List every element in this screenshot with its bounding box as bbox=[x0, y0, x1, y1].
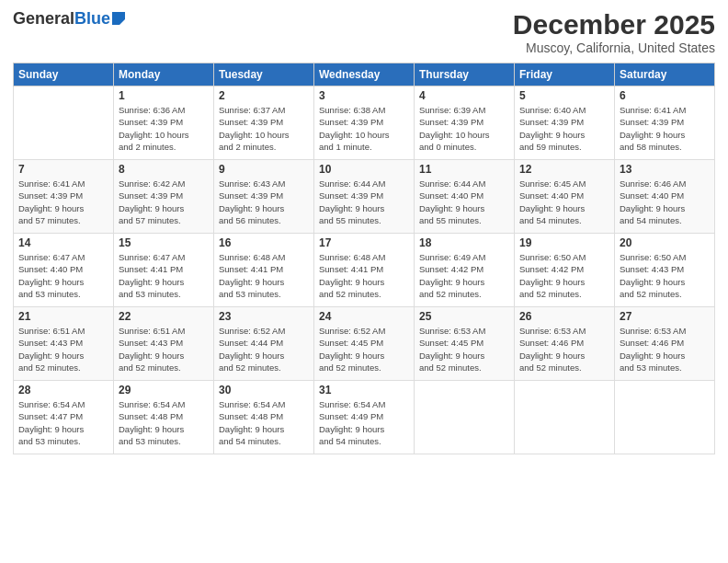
day-number: 30 bbox=[219, 384, 309, 396]
day-number: 31 bbox=[319, 384, 409, 396]
day-info: Sunrise: 6:53 AM Sunset: 4:45 PM Dayligh… bbox=[419, 325, 509, 373]
logo-blue: Blue bbox=[74, 9, 110, 28]
day-info: Sunrise: 6:41 AM Sunset: 4:39 PM Dayligh… bbox=[620, 104, 710, 153]
logo-text: GeneralBlue bbox=[13, 9, 110, 29]
day-number: 19 bbox=[519, 236, 609, 249]
day-info: Sunrise: 6:38 AM Sunset: 4:39 PM Dayligh… bbox=[319, 104, 409, 153]
day-cell: 25Sunrise: 6:53 AM Sunset: 4:45 PM Dayli… bbox=[415, 307, 515, 381]
day-number: 29 bbox=[119, 384, 209, 396]
day-number: 5 bbox=[519, 89, 609, 102]
day-cell: 22Sunrise: 6:51 AM Sunset: 4:43 PM Dayli… bbox=[114, 307, 214, 381]
day-cell: 24Sunrise: 6:52 AM Sunset: 4:45 PM Dayli… bbox=[314, 307, 415, 381]
day-cell: 13Sunrise: 6:46 AM Sunset: 4:40 PM Dayli… bbox=[615, 160, 715, 234]
day-info: Sunrise: 6:54 AM Sunset: 4:49 PM Dayligh… bbox=[319, 398, 409, 447]
day-number: 28 bbox=[18, 384, 108, 396]
day-number: 16 bbox=[219, 236, 309, 249]
day-info: Sunrise: 6:51 AM Sunset: 4:43 PM Dayligh… bbox=[18, 325, 108, 373]
day-cell: 26Sunrise: 6:53 AM Sunset: 4:46 PM Dayli… bbox=[515, 307, 615, 381]
day-number: 26 bbox=[519, 310, 609, 323]
day-info: Sunrise: 6:46 AM Sunset: 4:40 PM Dayligh… bbox=[620, 178, 710, 226]
day-info: Sunrise: 6:39 AM Sunset: 4:39 PM Dayligh… bbox=[419, 104, 509, 153]
day-cell bbox=[415, 381, 515, 454]
day-cell: 4Sunrise: 6:39 AM Sunset: 4:39 PM Daylig… bbox=[415, 86, 515, 160]
day-info: Sunrise: 6:53 AM Sunset: 4:46 PM Dayligh… bbox=[519, 325, 609, 373]
title-block: December 2025 Muscoy, California, United… bbox=[513, 9, 715, 55]
page-header: GeneralBlue December 2025 Muscoy, Califo… bbox=[13, 9, 715, 55]
logo-icon bbox=[112, 12, 125, 25]
day-cell: 31Sunrise: 6:54 AM Sunset: 4:49 PM Dayli… bbox=[314, 381, 415, 454]
day-number: 6 bbox=[620, 89, 710, 102]
week-row-5: 28Sunrise: 6:54 AM Sunset: 4:47 PM Dayli… bbox=[14, 381, 715, 454]
col-sunday: Sunday bbox=[14, 63, 114, 86]
day-number: 21 bbox=[18, 310, 108, 323]
day-info: Sunrise: 6:40 AM Sunset: 4:39 PM Dayligh… bbox=[519, 104, 609, 153]
day-info: Sunrise: 6:48 AM Sunset: 4:41 PM Dayligh… bbox=[219, 251, 309, 300]
col-wednesday: Wednesday bbox=[314, 63, 415, 86]
day-info: Sunrise: 6:45 AM Sunset: 4:40 PM Dayligh… bbox=[519, 178, 609, 226]
day-info: Sunrise: 6:54 AM Sunset: 4:47 PM Dayligh… bbox=[18, 398, 108, 447]
day-cell bbox=[14, 86, 114, 160]
day-info: Sunrise: 6:49 AM Sunset: 4:42 PM Dayligh… bbox=[419, 251, 509, 300]
day-cell: 12Sunrise: 6:45 AM Sunset: 4:40 PM Dayli… bbox=[515, 160, 615, 234]
day-number: 17 bbox=[319, 236, 409, 249]
col-saturday: Saturday bbox=[615, 63, 715, 86]
day-number: 11 bbox=[419, 163, 509, 176]
day-number: 7 bbox=[18, 163, 108, 176]
day-cell: 7Sunrise: 6:41 AM Sunset: 4:39 PM Daylig… bbox=[14, 160, 114, 234]
day-cell: 17Sunrise: 6:48 AM Sunset: 4:41 PM Dayli… bbox=[314, 234, 415, 307]
day-cell: 23Sunrise: 6:52 AM Sunset: 4:44 PM Dayli… bbox=[214, 307, 314, 381]
day-info: Sunrise: 6:53 AM Sunset: 4:46 PM Dayligh… bbox=[620, 325, 710, 373]
day-info: Sunrise: 6:54 AM Sunset: 4:48 PM Dayligh… bbox=[119, 398, 209, 447]
day-info: Sunrise: 6:48 AM Sunset: 4:41 PM Dayligh… bbox=[319, 251, 409, 300]
day-number: 18 bbox=[419, 236, 509, 249]
day-number: 4 bbox=[419, 89, 509, 102]
svg-marker-0 bbox=[112, 12, 125, 25]
logo-general: General bbox=[13, 9, 74, 28]
day-cell: 29Sunrise: 6:54 AM Sunset: 4:48 PM Dayli… bbox=[114, 381, 214, 454]
day-info: Sunrise: 6:52 AM Sunset: 4:45 PM Dayligh… bbox=[319, 325, 409, 373]
day-number: 10 bbox=[319, 163, 409, 176]
day-info: Sunrise: 6:44 AM Sunset: 4:39 PM Dayligh… bbox=[319, 178, 409, 226]
day-info: Sunrise: 6:36 AM Sunset: 4:39 PM Dayligh… bbox=[119, 104, 209, 153]
day-info: Sunrise: 6:50 AM Sunset: 4:42 PM Dayligh… bbox=[519, 251, 609, 300]
day-number: 24 bbox=[319, 310, 409, 323]
day-cell: 11Sunrise: 6:44 AM Sunset: 4:40 PM Dayli… bbox=[415, 160, 515, 234]
day-number: 9 bbox=[219, 163, 309, 176]
week-row-3: 14Sunrise: 6:47 AM Sunset: 4:40 PM Dayli… bbox=[14, 234, 715, 307]
day-info: Sunrise: 6:44 AM Sunset: 4:40 PM Dayligh… bbox=[419, 178, 509, 226]
day-cell: 9Sunrise: 6:43 AM Sunset: 4:39 PM Daylig… bbox=[214, 160, 314, 234]
day-info: Sunrise: 6:47 AM Sunset: 4:41 PM Dayligh… bbox=[119, 251, 209, 300]
day-number: 22 bbox=[119, 310, 209, 323]
day-cell bbox=[515, 381, 615, 454]
day-cell: 27Sunrise: 6:53 AM Sunset: 4:46 PM Dayli… bbox=[615, 307, 715, 381]
day-number: 13 bbox=[620, 163, 710, 176]
day-cell: 3Sunrise: 6:38 AM Sunset: 4:39 PM Daylig… bbox=[314, 86, 415, 160]
col-friday: Friday bbox=[515, 63, 615, 86]
day-cell: 16Sunrise: 6:48 AM Sunset: 4:41 PM Dayli… bbox=[214, 234, 314, 307]
day-info: Sunrise: 6:37 AM Sunset: 4:39 PM Dayligh… bbox=[219, 104, 309, 153]
month-title: December 2025 bbox=[513, 9, 715, 40]
day-cell: 8Sunrise: 6:42 AM Sunset: 4:39 PM Daylig… bbox=[114, 160, 214, 234]
day-number: 3 bbox=[319, 89, 409, 102]
location: Muscoy, California, United States bbox=[513, 40, 715, 55]
day-cell bbox=[615, 381, 715, 454]
day-cell: 28Sunrise: 6:54 AM Sunset: 4:47 PM Dayli… bbox=[14, 381, 114, 454]
day-info: Sunrise: 6:43 AM Sunset: 4:39 PM Dayligh… bbox=[219, 178, 309, 226]
logo: GeneralBlue bbox=[13, 9, 125, 29]
col-thursday: Thursday bbox=[415, 63, 515, 86]
calendar-table: Sunday Monday Tuesday Wednesday Thursday… bbox=[13, 63, 715, 454]
day-info: Sunrise: 6:54 AM Sunset: 4:48 PM Dayligh… bbox=[219, 398, 309, 447]
page-container: GeneralBlue December 2025 Muscoy, Califo… bbox=[0, 0, 728, 462]
day-number: 25 bbox=[419, 310, 509, 323]
day-cell: 2Sunrise: 6:37 AM Sunset: 4:39 PM Daylig… bbox=[214, 86, 314, 160]
day-cell: 30Sunrise: 6:54 AM Sunset: 4:48 PM Dayli… bbox=[214, 381, 314, 454]
col-monday: Monday bbox=[114, 63, 214, 86]
week-row-4: 21Sunrise: 6:51 AM Sunset: 4:43 PM Dayli… bbox=[14, 307, 715, 381]
day-cell: 1Sunrise: 6:36 AM Sunset: 4:39 PM Daylig… bbox=[114, 86, 214, 160]
day-number: 14 bbox=[18, 236, 108, 249]
day-cell: 18Sunrise: 6:49 AM Sunset: 4:42 PM Dayli… bbox=[415, 234, 515, 307]
day-number: 8 bbox=[119, 163, 209, 176]
day-info: Sunrise: 6:50 AM Sunset: 4:43 PM Dayligh… bbox=[620, 251, 710, 300]
day-number: 27 bbox=[620, 310, 710, 323]
calendar-header-row: Sunday Monday Tuesday Wednesday Thursday… bbox=[14, 63, 715, 86]
